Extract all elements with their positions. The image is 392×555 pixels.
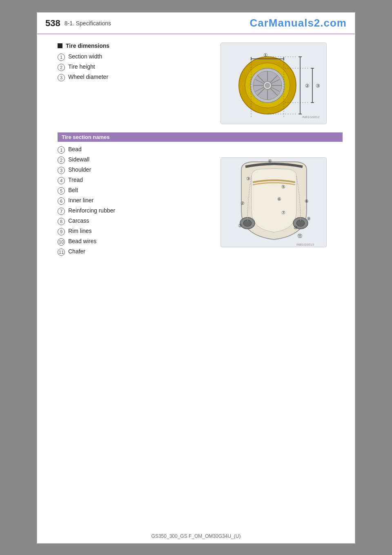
item-label: Reinforcing rubber bbox=[68, 207, 115, 214]
list-item: 8Carcass bbox=[58, 217, 196, 225]
svg-text:②: ② bbox=[241, 201, 245, 206]
svg-text:①: ① bbox=[238, 223, 242, 228]
svg-text:③: ③ bbox=[246, 176, 250, 181]
item-number: 2 bbox=[58, 157, 65, 164]
page-footer: GS350_300_GS F_OM_OM30G34U_(U) bbox=[37, 533, 355, 539]
list-item: 7Reinforcing rubber bbox=[58, 207, 196, 215]
item-number: 5 bbox=[58, 187, 65, 195]
tire-dimensions-items: 1Section width2Tire height3Wheel diamete… bbox=[58, 53, 196, 81]
item-number: 8 bbox=[58, 218, 65, 225]
item-label: Shoulder bbox=[68, 166, 91, 173]
list-item: 11Chafer bbox=[58, 248, 196, 256]
svg-text:②: ② bbox=[305, 83, 310, 89]
tire-section-svg: ④ ③ ⑤ ② ⑥ ⑧ ⑦ bbox=[221, 158, 327, 247]
list-item: 6Inner liner bbox=[58, 197, 196, 205]
tire-dimensions-title: Tire dimensions bbox=[58, 43, 196, 49]
footer-text: GS350_300_GS F_OM_OM30G34U_(U) bbox=[151, 533, 241, 539]
list-item: 3Shoulder bbox=[58, 166, 196, 174]
svg-text:⑩: ⑩ bbox=[294, 225, 298, 230]
svg-text:④: ④ bbox=[268, 159, 272, 163]
item-number: 3 bbox=[58, 74, 65, 81]
item-number: 9 bbox=[58, 228, 65, 235]
page-number: 538 bbox=[45, 18, 60, 29]
section-title: 8-1. Specifications bbox=[65, 20, 111, 27]
tire-dimensions-list: Tire dimensions 1Section width2Tire heig… bbox=[58, 43, 196, 124]
tire-wheel-svg: ① ② ③ bbox=[227, 47, 321, 120]
list-item: 2Sidewall bbox=[58, 156, 196, 164]
item-label: Bead wires bbox=[68, 238, 96, 244]
svg-text:③: ③ bbox=[316, 83, 320, 89]
tire-section-names-list: 1Bead2Sidewall3Shoulder4Tread5Belt6Inner… bbox=[58, 146, 196, 258]
list-item: 2Tire height bbox=[58, 63, 196, 71]
bullet-icon bbox=[58, 43, 62, 48]
tire-section-names-content: 1Bead2Sidewall3Shoulder4Tread5Belt6Inner… bbox=[58, 146, 343, 258]
svg-text:⑤: ⑤ bbox=[281, 184, 285, 189]
svg-text:INB1GS013: INB1GS013 bbox=[296, 243, 314, 246]
tire-section-names-header: Tire section names bbox=[58, 132, 343, 142]
item-number: 4 bbox=[58, 177, 65, 184]
svg-text:⑪: ⑪ bbox=[298, 233, 302, 238]
item-label: Tire height bbox=[68, 63, 95, 70]
list-item: 1Section width bbox=[58, 53, 196, 61]
svg-text:⑧: ⑧ bbox=[305, 199, 309, 204]
item-number: 2 bbox=[58, 64, 65, 71]
item-number: 1 bbox=[58, 54, 65, 61]
item-label: Tread bbox=[68, 177, 83, 183]
tire-section-names-section: Tire section names 1Bead2Sidewall3Should… bbox=[58, 132, 343, 258]
svg-text:⑨: ⑨ bbox=[307, 216, 311, 221]
item-label: Sidewall bbox=[68, 156, 89, 163]
item-label: Rim lines bbox=[68, 228, 92, 234]
item-label: Wheel diameter bbox=[68, 74, 108, 80]
tire-diagram-image: ① ② ③ bbox=[220, 43, 327, 124]
brand-logo: CarManuals2.com bbox=[249, 17, 347, 29]
tire-dimensions-section: Tire dimensions 1Section width2Tire heig… bbox=[58, 43, 343, 124]
list-item: 1Bead bbox=[58, 146, 196, 154]
list-item: 5Belt bbox=[58, 187, 196, 195]
item-label: Carcass bbox=[68, 217, 89, 224]
item-number: 1 bbox=[58, 146, 65, 154]
svg-point-11 bbox=[265, 83, 270, 87]
item-label: Bead bbox=[68, 146, 82, 152]
list-item: 10Bead wires bbox=[58, 238, 196, 246]
page: 538 8-1. Specifications CarManuals2.com … bbox=[37, 12, 355, 544]
list-item: 3Wheel diameter bbox=[58, 74, 196, 81]
main-content: Tire dimensions 1Section width2Tire heig… bbox=[37, 34, 355, 283]
item-number: 6 bbox=[58, 197, 65, 205]
item-label: Chafer bbox=[68, 248, 85, 255]
svg-text:⑦: ⑦ bbox=[281, 210, 285, 215]
list-item: 9Rim lines bbox=[58, 228, 196, 235]
tire-dimensions-diagram: ① ② ③ bbox=[204, 43, 343, 124]
tire-section-diagram: ④ ③ ⑤ ② ⑥ ⑧ ⑦ bbox=[204, 146, 343, 258]
list-item: 4Tread bbox=[58, 177, 196, 184]
tire-section-diagram-image: ④ ③ ⑤ ② ⑥ ⑧ ⑦ bbox=[220, 157, 327, 247]
item-number: 7 bbox=[58, 208, 65, 215]
svg-text:①: ① bbox=[263, 52, 267, 58]
svg-text:⑥: ⑥ bbox=[277, 197, 281, 201]
item-number: 11 bbox=[58, 248, 65, 256]
item-label: Inner liner bbox=[68, 197, 94, 204]
item-label: Belt bbox=[68, 187, 78, 193]
item-number: 10 bbox=[58, 238, 65, 246]
svg-text:INB1GS012: INB1GS012 bbox=[302, 115, 320, 119]
item-number: 3 bbox=[58, 167, 65, 174]
page-header: 538 8-1. Specifications CarManuals2.com bbox=[37, 13, 355, 34]
item-label: Section width bbox=[68, 53, 102, 60]
